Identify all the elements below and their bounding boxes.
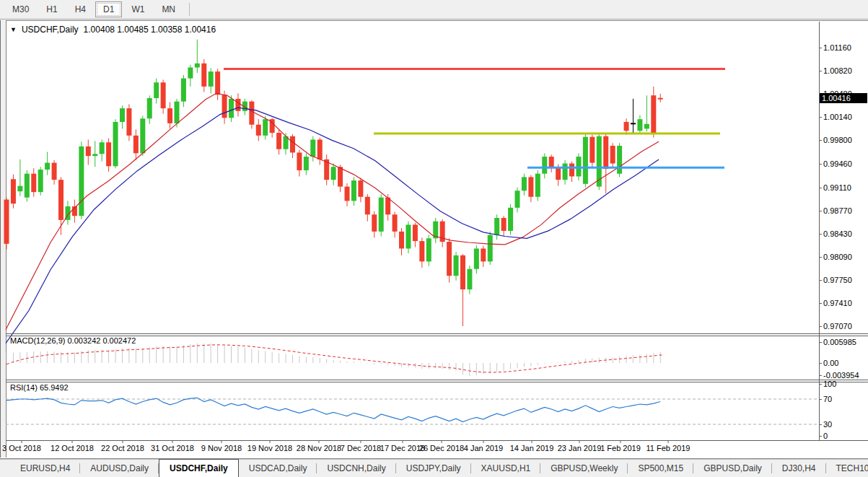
date-axis-label: 31 Oct 2018	[151, 444, 194, 452]
candle-body	[147, 98, 152, 118]
price-axis-label: 0.97410	[823, 299, 852, 307]
candle-body	[358, 180, 363, 197]
candle-body	[556, 167, 561, 180]
current-price-tag: 1.00416	[820, 93, 867, 103]
pane-divider[interactable]	[6, 336, 868, 336]
macd-axis-tick	[819, 342, 822, 343]
price-axis-label: 0.98430	[823, 229, 852, 238]
toolbar-separator	[189, 3, 190, 16]
candle-body	[351, 180, 356, 201]
macd-axis-tick	[819, 375, 822, 376]
candles	[4, 40, 663, 326]
period-button-w1[interactable]: W1	[123, 1, 152, 17]
macd-axis-tick	[819, 363, 822, 364]
time-axis-tick	[532, 440, 532, 443]
chart-tab-tech100-h1[interactable]: TECH100,H1	[826, 460, 868, 477]
period-button-mn[interactable]: MN	[154, 1, 183, 17]
price-axis-tick	[819, 71, 822, 71]
price-axis-line	[819, 22, 820, 440]
candle-body	[154, 82, 159, 98]
date-axis-label: 14 Jan 2019	[510, 444, 554, 452]
candle-body	[488, 235, 493, 262]
candle-body	[45, 163, 50, 170]
time-axis-tick	[442, 440, 442, 443]
price-axis-label: 1.00820	[823, 66, 852, 75]
period-button-m30[interactable]: M30	[4, 1, 37, 17]
time-axis-tick	[123, 440, 123, 443]
chart-tab-dj30-h4[interactable]: DJ30,H4	[772, 460, 826, 477]
price-axis-label: 1.01160	[823, 43, 851, 52]
rsi-label: RSI(14) 65.9492	[10, 383, 69, 392]
macd-main-value: 0.003242	[67, 336, 100, 345]
price-axis-label: 0.97750	[823, 276, 852, 284]
candle-body	[365, 197, 370, 215]
date-axis-label: 22 Oct 2018	[101, 444, 144, 452]
time-axis-tick	[222, 440, 222, 443]
chart-tab-usdcad-daily[interactable]: USDCAD,Daily	[239, 460, 317, 477]
candle-body	[535, 174, 540, 197]
candle-body	[637, 119, 642, 131]
candle-body	[140, 118, 145, 153]
rsi-axis-tick	[819, 424, 822, 425]
pane-divider[interactable]	[6, 333, 868, 334]
candle-body	[644, 124, 649, 129]
candle-body	[528, 177, 533, 196]
price-axis-tick	[819, 303, 822, 304]
macd-axis-label: 0.00	[823, 359, 838, 367]
candle-body	[120, 108, 125, 122]
chart-tab-usdjpy-daily[interactable]: USDJPY,Daily	[396, 460, 471, 477]
time-axis-tick	[483, 440, 484, 443]
candle-body	[201, 64, 206, 87]
candle-body	[126, 108, 131, 136]
candle-body	[133, 136, 139, 154]
candle-body	[460, 255, 465, 289]
date-axis-label: 7 Dec 2018	[341, 444, 381, 452]
date-axis-label: 26 Dec 2018	[419, 444, 464, 452]
chart-tab-eurusd-h4[interactable]: EURUSD,H4	[10, 460, 80, 477]
candle-body	[31, 174, 36, 192]
candle-body	[188, 67, 193, 78]
candle-body	[263, 119, 268, 136]
period-button-h1[interactable]: H1	[38, 1, 65, 17]
chart-tab-sp500-m15[interactable]: SP500,M15	[628, 460, 693, 477]
candle-body	[447, 242, 452, 276]
time-axis-tick	[668, 440, 669, 443]
candle-body	[481, 248, 486, 261]
candle-body	[338, 167, 343, 186]
chart-tab-gbpusd-daily[interactable]: GBPUSD,Daily	[693, 460, 772, 477]
candle-body	[603, 136, 608, 169]
candle-body	[426, 238, 431, 261]
candle-body	[92, 154, 97, 156]
price-axis-label: 1.00140	[823, 113, 852, 121]
date-axis-label: 28 Nov 2018	[297, 444, 341, 452]
price-axis-label: 0.97070	[823, 322, 852, 331]
pane-divider[interactable]	[6, 382, 868, 382]
price-axis-tick	[819, 164, 822, 165]
chart-tab-audusd-daily[interactable]: AUDUSD,Daily	[80, 460, 159, 477]
period-button-d1[interactable]: D1	[95, 1, 122, 17]
candle-body	[276, 133, 281, 149]
chart-tab-gbpusd-weekly[interactable]: GBPUSD,Weekly	[540, 460, 628, 477]
candle-body	[175, 102, 180, 123]
candle-body	[11, 179, 16, 204]
pane-divider[interactable]	[6, 380, 868, 380]
candle-body	[249, 102, 254, 125]
chart-tab-usdcnh-daily[interactable]: USDCNH,Daily	[317, 460, 395, 477]
time-axis-tick	[172, 440, 173, 443]
chart-tab-usdchf-daily[interactable]: USDCHF,Daily	[159, 459, 239, 477]
date-axis-label: 3 Oct 2018	[2, 444, 41, 452]
candle-body	[413, 224, 418, 241]
candle-body	[222, 95, 227, 118]
chart-tab-xauusd-h1[interactable]: XAUUSD,H1	[471, 460, 541, 477]
price-axis-tick	[819, 280, 822, 281]
candle-body	[235, 99, 240, 111]
rsi-pane[interactable]	[6, 382, 819, 439]
candle-body	[345, 187, 350, 201]
candle-body	[58, 180, 63, 220]
candle-body	[385, 198, 390, 215]
rsi-axis-label: 70	[823, 395, 832, 403]
date-axis-label: 12 Oct 2018	[51, 444, 94, 452]
period-button-h4[interactable]: H4	[67, 1, 94, 17]
candle-body	[100, 142, 105, 154]
main-price-pane[interactable]	[6, 22, 819, 333]
